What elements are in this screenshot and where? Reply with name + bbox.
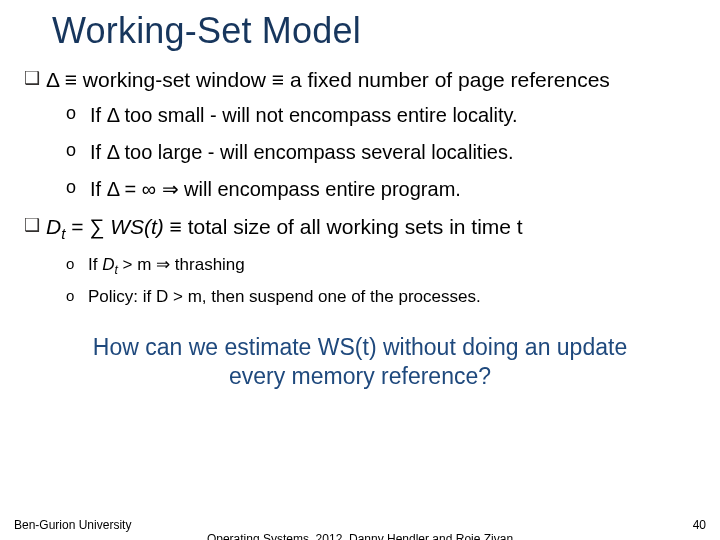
bullet-level2: o If Δ = ∞ ⇒ will encompass entire progr…: [66, 176, 696, 203]
circle-bullet-icon: o: [66, 176, 90, 199]
circle-bullet-icon: o: [66, 102, 90, 125]
bullet-text: Δ ≡ working-set window ≡ a fixed number …: [46, 66, 696, 94]
bullet-text: Dt = ∑ WS(t) ≡ total size of all working…: [46, 213, 696, 245]
post: > m ⇒ thrashing: [118, 255, 245, 274]
bullet-level3: o Policy: if D > m, then suspend one of …: [66, 285, 696, 309]
circle-bullet-icon: o: [66, 253, 88, 274]
footer-center: Operating Systems, 2012, Danny Hendler a…: [0, 532, 720, 540]
var-ws: WS(t): [110, 215, 164, 238]
circle-bullet-icon: o: [66, 139, 90, 162]
circle-bullet-icon: o: [66, 285, 88, 306]
bullet-text: Policy: if D > m, then suspend one of th…: [88, 285, 696, 309]
var-d: D: [46, 215, 61, 238]
rest-text: ≡ total size of all working sets in time…: [164, 215, 523, 238]
eq-part: = ∑: [65, 215, 110, 238]
bullet-level2: o If Δ too small - will not encompass en…: [66, 102, 696, 129]
question-text: How can we estimate WS(t) without doing …: [24, 315, 696, 391]
bullet-text: If Δ = ∞ ⇒ will encompass entire program…: [90, 176, 696, 203]
bullet-level1: ❑ Dt = ∑ WS(t) ≡ total size of all worki…: [24, 213, 696, 245]
slide: { "title": "Working-Set Model", "bullets…: [0, 0, 720, 540]
footer-left: Ben-Gurion University: [14, 518, 131, 532]
bullet-level1: ❑ Δ ≡ working-set window ≡ a fixed numbe…: [24, 66, 696, 94]
pre: If: [88, 255, 102, 274]
bullet-text: If Δ too large - will encompass several …: [90, 139, 696, 166]
bullet-level3: o If Dt > m ⇒ thrashing: [66, 253, 696, 280]
bullet-text: If Δ too small - will not encompass enti…: [90, 102, 696, 129]
var-d: D: [102, 255, 114, 274]
square-bullet-icon: ❑: [24, 66, 46, 91]
footer-page-number: 40: [693, 518, 706, 532]
bullet-text: If Dt > m ⇒ thrashing: [88, 253, 696, 280]
slide-body: ❑ Δ ≡ working-set window ≡ a fixed numbe…: [0, 60, 720, 391]
bullet-level2: o If Δ too large - will encompass severa…: [66, 139, 696, 166]
slide-title: Working-Set Model: [0, 0, 720, 60]
square-bullet-icon: ❑: [24, 213, 46, 238]
